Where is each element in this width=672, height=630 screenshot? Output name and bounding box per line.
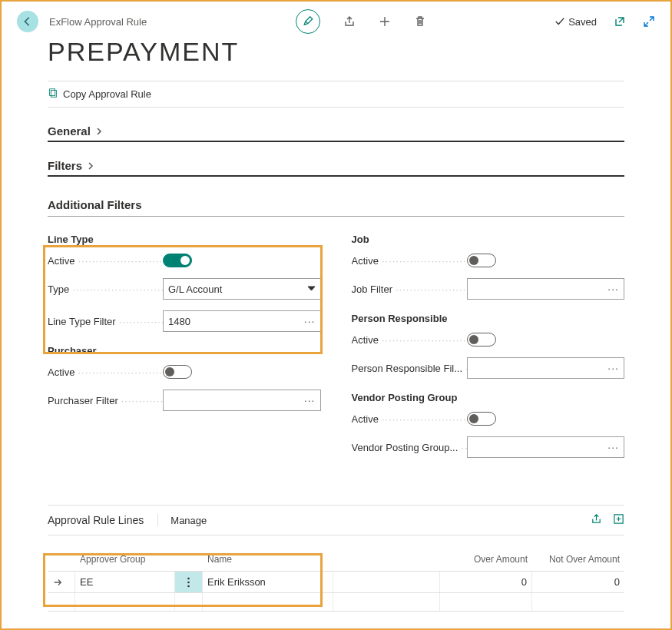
- lookup-icon[interactable]: ···: [607, 283, 619, 295]
- group-person: Person Responsible: [352, 313, 625, 324]
- table-row[interactable]: EE Erik Eriksson 0 0: [48, 571, 624, 593]
- group-vendor: Vendor Posting Group: [352, 392, 625, 403]
- group-job: Job: [352, 234, 625, 245]
- lines-title: Approval Rule Lines: [48, 514, 158, 526]
- page-title: PREPAYMENT: [48, 37, 624, 67]
- share-icon[interactable]: [343, 15, 356, 28]
- lookup-icon[interactable]: ···: [607, 441, 619, 453]
- edit-button[interactable]: [296, 9, 320, 34]
- label-person-active: Active: [352, 334, 467, 346]
- label-line-type-active: Active: [48, 255, 163, 267]
- input-person-filter[interactable]: ···: [467, 357, 625, 379]
- table-header: Approver Group Name Over Amount Not Over…: [48, 548, 624, 571]
- chevron-right-icon: [95, 128, 103, 135]
- input-line-type-filter[interactable]: 1480 ···: [163, 310, 321, 332]
- row-menu-icon[interactable]: [175, 572, 203, 592]
- input-purchaser-filter[interactable]: ···: [163, 390, 321, 411]
- cell-over[interactable]: 0: [440, 572, 532, 592]
- input-job-filter[interactable]: ···: [467, 278, 625, 300]
- label-vendor-active: Active: [352, 413, 467, 425]
- back-button[interactable]: [17, 11, 38, 32]
- chevron-down-icon: [307, 284, 316, 295]
- input-vendor-filter[interactable]: ···: [467, 436, 625, 458]
- table-empty-row: [48, 593, 624, 612]
- label-job-active: Active: [352, 255, 467, 267]
- label-type: Type: [48, 284, 163, 295]
- select-line-type[interactable]: G/L Account: [163, 278, 321, 300]
- share-lines-icon[interactable]: [591, 513, 602, 527]
- copy-icon: [48, 88, 58, 101]
- expand-lines-icon[interactable]: [613, 513, 624, 527]
- cell-name[interactable]: Erik Eriksson: [203, 572, 333, 592]
- row-select-icon[interactable]: [48, 572, 75, 592]
- expand-icon[interactable]: [643, 15, 655, 28]
- lookup-icon[interactable]: ···: [607, 362, 619, 374]
- svg-point-4: [187, 581, 190, 583]
- breadcrumb: ExFlow Approval Rule: [49, 16, 147, 28]
- toggle-purchaser-active[interactable]: [163, 365, 192, 379]
- delete-icon[interactable]: [414, 15, 426, 28]
- svg-point-5: [187, 585, 190, 587]
- label-vendor-filter: Vendor Posting Group...: [352, 442, 467, 453]
- saved-indicator: Saved: [554, 16, 597, 28]
- section-additional-filters: Additional Filters: [48, 198, 624, 217]
- toggle-line-type-active[interactable]: [163, 254, 192, 267]
- manage-button[interactable]: Manage: [158, 515, 207, 526]
- label-line-type-filter: Line Type Filter: [48, 316, 163, 327]
- cell-approver-group[interactable]: EE: [75, 572, 175, 592]
- group-purchaser: Purchaser: [48, 345, 321, 356]
- toggle-vendor-active[interactable]: [467, 412, 496, 426]
- toggle-job-active[interactable]: [467, 254, 496, 267]
- chevron-right-icon: [87, 162, 94, 170]
- add-icon[interactable]: [379, 15, 391, 28]
- svg-point-3: [187, 577, 190, 579]
- section-filters[interactable]: Filters: [48, 159, 624, 177]
- section-general[interactable]: General: [48, 124, 624, 142]
- label-purchaser-filter: Purchaser Filter: [48, 395, 163, 406]
- copy-approval-rule[interactable]: Copy Approval Rule: [63, 88, 151, 100]
- group-line-type: Line Type: [48, 234, 321, 245]
- label-person-filter: Person Responsible Fil...: [352, 363, 467, 374]
- cell-not-over[interactable]: 0: [532, 572, 624, 592]
- label-purchaser-active: Active: [48, 366, 163, 378]
- label-job-filter: Job Filter: [352, 284, 467, 295]
- lookup-icon[interactable]: ···: [304, 394, 316, 406]
- toggle-person-active[interactable]: [467, 333, 496, 346]
- popout-icon[interactable]: [614, 15, 626, 28]
- lookup-icon[interactable]: ···: [304, 315, 316, 327]
